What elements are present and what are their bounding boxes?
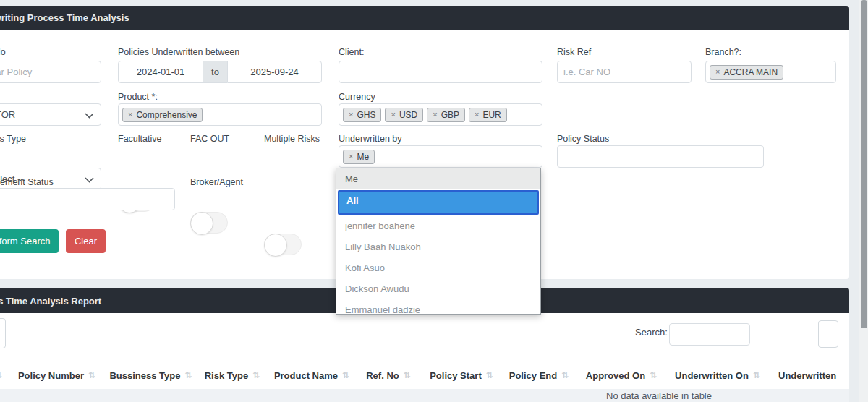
settlement-status-input[interactable] [0,188,175,210]
policy-no-input[interactable] [0,61,101,83]
column-header[interactable]: Approved On⇅ [576,370,667,381]
currency-tag[interactable]: ×GHS [343,108,381,122]
fac-out-toggle[interactable] [190,212,228,234]
dropdown-option[interactable]: Emmanuel dadzie [336,299,540,315]
client-input[interactable] [339,61,542,83]
underwritten-by-label: Underwritten by [339,134,402,144]
facultative-label: Facultative [118,134,161,144]
sort-icon: ⇅ [561,370,569,380]
sort-icon: ⇅ [184,370,192,380]
page-length-select-fragment[interactable] [0,318,6,348]
dropdown-option[interactable]: All [338,190,539,215]
risk-class-value: MOTOR [0,109,15,120]
remove-tag-icon[interactable]: × [349,111,353,119]
client-label: Client: [339,47,364,57]
risk-ref-input[interactable] [557,61,692,83]
column-header[interactable]: Policy End⇅ [502,370,576,381]
date-to-input[interactable] [227,61,322,83]
column-header[interactable]: Product Name⇅ [268,370,356,381]
currency-tag[interactable]: ×GBP [427,108,465,122]
branch-label: Branch?: [705,47,741,57]
policy-no-label: Policy No [0,47,6,57]
truncated-control[interactable] [818,320,838,348]
underwritten-by-multiselect[interactable]: ×Me [339,145,542,168]
empty-table-message: No data available in table [606,390,712,401]
date-range-separator: to [203,61,227,83]
dropdown-option[interactable]: Me [336,168,540,189]
column-header[interactable]: Risk Type⇅ [197,370,268,381]
settlement-status-label: Settlement Status [0,177,54,187]
sort-icon: ⇅ [404,370,411,380]
page-scrollbar-thumb[interactable] [861,0,867,328]
remove-tag-icon[interactable]: × [433,111,437,119]
dropdown-option[interactable]: Kofi Asuo [336,257,540,278]
remove-tag-icon[interactable]: × [715,68,720,76]
table-header-row: ⇅ Policy Number⇅ Bussiness Type⇅ Risk Ty… [0,364,868,386]
remove-tag-icon[interactable]: × [475,111,479,119]
remove-tag-icon[interactable]: × [349,153,353,161]
underwritten-by-dropdown: MeAlljennifer boaheneLilly Baah NuakohKo… [336,168,541,315]
risk-class-select[interactable]: MOTOR [0,103,101,126]
column-header-fragment[interactable]: ⇅ [0,370,9,380]
underwritten-by-tag[interactable]: ×Me [343,150,375,164]
toggle-knob [190,212,213,235]
branch-tag[interactable]: ×ACCRA MAIN [710,65,783,80]
sort-icon: ⇅ [342,370,349,380]
sort-icon: ⇅ [753,370,760,380]
product-multiselect[interactable]: ×Comprehensive [118,103,322,126]
chevron-down-icon [85,113,94,119]
sort-icon: ⇅ [650,370,657,380]
dropdown-option[interactable]: Dickson Awudu [336,278,540,299]
business-type-label: Business Type [0,134,26,144]
page: Underwriting Process Time Analysis Polic… [0,0,868,402]
date-from-input[interactable] [118,61,203,83]
filter-panel-title: Underwriting Process Time Analysis [0,12,129,23]
perform-search-button[interactable]: Perform Search [0,229,59,253]
risk-ref-label: Risk Ref [557,47,591,57]
sort-icon: ⇅ [0,370,2,380]
policy-status-input[interactable] [557,145,764,168]
branch-multiselect[interactable]: ×ACCRA MAIN [705,61,836,83]
column-header[interactable]: Policy Start⇅ [421,370,502,381]
product-tag[interactable]: ×Comprehensive [122,108,203,122]
dropdown-option[interactable]: Lilly Baah Nuakoh [336,236,540,257]
table-search-input[interactable] [669,323,750,346]
multiple-risks-toggle[interactable] [264,234,302,255]
column-header[interactable]: Policy Number⇅ [9,370,105,381]
product-label: Product *: [118,92,158,102]
column-header[interactable]: Underwritten On⇅ [667,370,768,381]
toggle-knob [264,234,287,257]
dropdown-option[interactable]: jennifer boahene [336,215,540,236]
report-panel-title: Underwriting Process Time Analysis Repor… [0,296,101,307]
broker-agent-label: Broker/Agent [190,177,243,187]
sort-icon: ⇅ [88,370,95,380]
policy-status-label: Policy Status [557,134,609,144]
currency-tag[interactable]: ×EUR [469,108,507,122]
underwritten-between-label: Policies Underwritten between [118,47,239,57]
currency-label: Currency [339,92,375,102]
currency-multiselect[interactable]: ×GHS×USD×GBP×EUR [339,103,542,126]
column-header[interactable]: Underwritten⇅ [768,370,868,381]
currency-tag[interactable]: ×USD [385,108,423,122]
empty-table-row [0,389,849,402]
remove-tag-icon[interactable]: × [128,111,132,119]
chevron-down-icon [85,177,94,183]
sort-icon: ⇅ [486,370,493,380]
column-header[interactable]: Bussiness Type⇅ [105,370,197,381]
table-search-label: Search: [635,327,668,338]
multiple-risks-label: Multiple Risks [264,134,320,144]
sort-icon: ⇅ [252,370,260,380]
fac-out-label: FAC OUT [190,134,229,144]
clear-button[interactable]: Clear [66,229,106,253]
remove-tag-icon[interactable]: × [391,111,395,119]
column-header[interactable]: Ref. No⇅ [356,370,421,381]
